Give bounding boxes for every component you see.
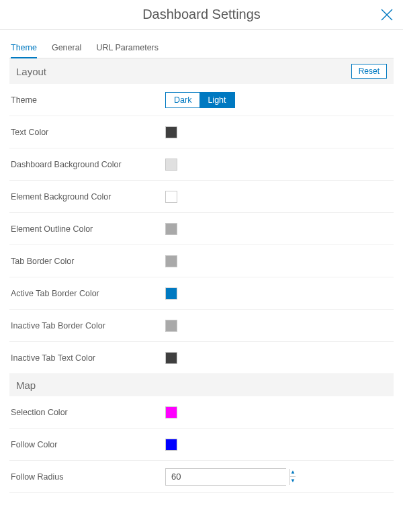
- tab-general[interactable]: General: [52, 39, 81, 58]
- row-follow-radius: Follow Radius ▲ ▼: [9, 461, 394, 493]
- swatch-follow-color[interactable]: [165, 439, 177, 451]
- label-element-bg-color: Element Background Color: [11, 192, 165, 202]
- row-inactive-tab-border-color: Inactive Tab Border Color: [9, 310, 394, 342]
- tab-theme[interactable]: Theme: [11, 39, 37, 58]
- label-active-tab-border-color: Active Tab Border Color: [11, 289, 165, 298]
- chevron-down-icon: ▼: [290, 478, 296, 484]
- section-title-layout: Layout: [16, 66, 46, 77]
- swatch-tab-border-color[interactable]: [165, 255, 177, 267]
- label-follow-radius: Follow Radius: [11, 472, 165, 482]
- follow-radius-input[interactable]: [166, 469, 289, 485]
- label-selection-color: Selection Color: [11, 408, 165, 417]
- row-element-bg-color: Element Background Color: [9, 181, 394, 213]
- stepper-down[interactable]: ▼: [290, 477, 296, 485]
- row-follow-color: Follow Color: [9, 429, 394, 461]
- label-inactive-tab-border-color: Inactive Tab Border Color: [11, 321, 165, 330]
- swatch-inactive-tab-text-color[interactable]: [165, 352, 177, 364]
- row-inactive-tab-text-color: Inactive Tab Text Color: [9, 342, 394, 374]
- dialog-body: Theme General URL Parameters Layout Rese…: [0, 30, 403, 532]
- follow-radius-input-wrap: ▲ ▼: [165, 468, 286, 486]
- stepper-up[interactable]: ▲: [290, 469, 296, 478]
- row-selection-color: Selection Color: [9, 396, 394, 429]
- label-dashboard-bg-color: Dashboard Background Color: [11, 160, 165, 169]
- tab-url-parameters[interactable]: URL Parameters: [96, 39, 159, 58]
- swatch-dashboard-bg-color[interactable]: [165, 159, 177, 171]
- theme-toggle-dark[interactable]: Dark: [166, 93, 199, 107]
- dialog-title: Dashboard Settings: [142, 7, 261, 22]
- row-tab-border-color: Tab Border Color: [9, 245, 394, 277]
- label-theme: Theme: [11, 95, 165, 105]
- follow-radius-stepper: ▲ ▼: [289, 469, 296, 485]
- swatch-element-bg-color[interactable]: [165, 191, 177, 203]
- theme-toggle-light[interactable]: Light: [199, 93, 234, 107]
- dialog-header: Dashboard Settings: [0, 0, 403, 30]
- theme-toggle-group: Dark Light: [165, 92, 235, 108]
- label-element-outline-color: Element Outline Color: [11, 224, 165, 234]
- label-follow-color: Follow Color: [11, 440, 165, 449]
- swatch-text-color[interactable]: [165, 126, 177, 138]
- section-header-map: Map: [9, 374, 394, 396]
- close-button[interactable]: [377, 5, 396, 24]
- row-text-color: Text Color: [9, 116, 394, 148]
- section-header-layout: Layout Reset: [9, 58, 394, 84]
- label-inactive-tab-text-color: Inactive Tab Text Color: [11, 353, 165, 363]
- row-theme: Theme Dark Light: [9, 84, 394, 116]
- swatch-selection-color[interactable]: [165, 406, 177, 418]
- control-theme: Dark Light: [165, 92, 391, 108]
- chevron-up-icon: ▲: [290, 470, 296, 475]
- close-icon: [379, 7, 394, 22]
- settings-scroll-area[interactable]: Layout Reset Theme Dark Light Text Color…: [9, 58, 398, 532]
- swatch-element-outline-color[interactable]: [165, 223, 177, 235]
- tab-bar: Theme General URL Parameters: [9, 39, 394, 58]
- reset-button[interactable]: Reset: [351, 64, 387, 79]
- row-active-tab-border-color: Active Tab Border Color: [9, 277, 394, 310]
- label-text-color: Text Color: [11, 128, 165, 137]
- swatch-active-tab-border-color[interactable]: [165, 287, 177, 300]
- row-dashboard-bg-color: Dashboard Background Color: [9, 148, 394, 181]
- swatch-inactive-tab-border-color[interactable]: [165, 320, 177, 332]
- label-tab-border-color: Tab Border Color: [11, 257, 165, 266]
- row-element-outline-color: Element Outline Color: [9, 213, 394, 245]
- section-title-map: Map: [16, 380, 36, 391]
